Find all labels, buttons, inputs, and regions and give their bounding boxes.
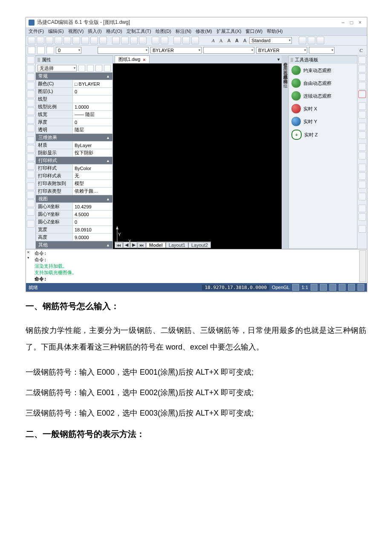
block-insert-icon[interactable] (27, 171, 35, 178)
tool-realtime-x[interactable]: 实时 X (289, 102, 357, 115)
close-button[interactable]: × (356, 20, 364, 26)
menu-file[interactable]: 文件(F) (29, 28, 44, 35)
find-icon[interactable] (99, 37, 107, 44)
menu-help[interactable]: 帮助(H) (267, 28, 282, 35)
linetype-combo-2[interactable] (203, 47, 254, 54)
minimize-button[interactable]: – (339, 20, 347, 26)
paste-icon[interactable] (130, 37, 138, 44)
rectangle-icon[interactable] (27, 107, 35, 115)
offset-icon[interactable] (358, 82, 366, 90)
measure-icon[interactable] (27, 182, 35, 190)
scale-icon[interactable] (358, 111, 366, 119)
tool-orbit-free[interactable]: 自由动态观察 (289, 77, 357, 90)
explode2-icon[interactable] (358, 225, 366, 233)
menu-dim[interactable]: 标注(N) (176, 28, 191, 35)
revcloud-icon[interactable] (27, 191, 35, 199)
tab-nav-next[interactable]: ▶ (130, 242, 137, 248)
doc-tab-close-icon[interactable]: × (143, 57, 145, 62)
prop-icon-4[interactable] (104, 65, 111, 72)
tab-nav-first[interactable]: ⏮ (115, 242, 123, 248)
layer-tool-icon[interactable] (28, 46, 35, 54)
tool-realtime-y[interactable]: 实时 Y (289, 115, 357, 128)
linetype-combo-1[interactable] (98, 47, 149, 54)
fillet-icon[interactable] (358, 143, 366, 151)
refresh-icon[interactable] (27, 220, 35, 228)
new-icon[interactable] (28, 37, 35, 44)
text-style-combo[interactable]: Standard (249, 37, 292, 44)
polygon-icon[interactable] (27, 116, 35, 124)
circle-c-icon[interactable]: C (360, 48, 365, 53)
layer-freeze-icon[interactable] (46, 46, 54, 54)
grip-icon[interactable] (291, 58, 293, 62)
align-icon[interactable] (358, 205, 366, 212)
group-3d[interactable]: 三维效果▲ (36, 134, 112, 141)
matchprop-icon[interactable] (139, 37, 147, 44)
cmd-scrollbar[interactable] (359, 250, 366, 282)
status-model-icon[interactable] (357, 284, 364, 291)
tab-model[interactable]: Model (146, 242, 166, 248)
doc-tab-dropdown-icon[interactable]: ▾ (277, 57, 280, 62)
ltscale-combo[interactable] (309, 47, 334, 54)
undo-icon[interactable] (152, 37, 159, 44)
text-style-a2[interactable]: A (218, 38, 225, 43)
dim-icon-1[interactable] (299, 37, 306, 44)
group-print[interactable]: 打印样式▲ (36, 157, 112, 164)
copy2-icon[interactable] (358, 65, 366, 72)
menu-modify[interactable]: 修改(M) (196, 28, 212, 35)
print-icon[interactable] (55, 37, 62, 44)
help-icon[interactable] (191, 37, 199, 44)
menu-ext[interactable]: 扩展工具(X) (216, 28, 242, 35)
prop-icon-3[interactable] (95, 65, 102, 72)
cut-icon[interactable] (112, 37, 120, 44)
layer-icon[interactable] (81, 37, 89, 44)
tool-orbit-continuous[interactable]: 连续动态观察 (289, 90, 357, 102)
grip-icon[interactable] (37, 58, 40, 62)
rotate-icon[interactable] (358, 102, 366, 110)
menu-edit[interactable]: 编辑(E) (48, 28, 64, 35)
menu-format[interactable]: 格式(O) (106, 28, 122, 35)
plot-icon[interactable] (72, 37, 80, 44)
extend-icon[interactable] (358, 131, 366, 139)
lineweight-combo[interactable]: BYLAYER (256, 47, 307, 54)
preview-icon[interactable] (63, 37, 71, 44)
ellipse-icon[interactable] (27, 99, 35, 107)
hatch-icon[interactable] (27, 136, 35, 144)
menu-view[interactable]: 视图(V) (68, 28, 84, 35)
block-icon[interactable] (90, 37, 98, 44)
trim-icon[interactable] (358, 123, 366, 130)
cmd-prompt[interactable]: 命令: (35, 276, 364, 282)
text-style-a1[interactable]: A (210, 38, 216, 43)
table-icon[interactable] (27, 153, 35, 161)
status-lwt-icon[interactable] (348, 284, 355, 291)
prop-icon-2[interactable] (87, 65, 94, 72)
maximize-button[interactable]: □ (347, 20, 356, 26)
array-icon[interactable] (358, 164, 366, 171)
lengthen-icon[interactable] (358, 213, 366, 221)
menu-draw[interactable]: 绘图(D) (156, 28, 171, 35)
selection-combo[interactable]: 无选择 (37, 65, 77, 72)
arc-icon[interactable] (27, 82, 35, 90)
open-icon[interactable] (37, 37, 44, 44)
point-icon[interactable] (27, 124, 35, 132)
join-icon[interactable] (358, 193, 366, 200)
menu-window[interactable]: 窗口(W) (245, 28, 262, 35)
status-snap-icon[interactable] (292, 284, 299, 291)
delete-icon[interactable] (358, 90, 366, 98)
region-icon[interactable] (27, 145, 35, 153)
status-ortho-icon[interactable] (320, 284, 327, 291)
spline-icon[interactable] (27, 73, 35, 81)
circle-icon[interactable] (27, 90, 35, 98)
status-grid-icon[interactable] (311, 284, 317, 291)
cmd-close-icon[interactable]: ×▾ (27, 249, 30, 260)
wipeout-icon[interactable] (27, 199, 35, 207)
menu-custom[interactable]: 定制工具(T) (127, 28, 151, 35)
text-icon[interactable] (27, 162, 35, 170)
drawing-canvas[interactable]: Y X ⏮ ◀ ▶ ⏭ Model Layout1 Layout2 (113, 64, 282, 249)
dim-icon-3[interactable] (317, 37, 324, 44)
prop-icon-1[interactable] (78, 65, 85, 72)
break-icon[interactable] (358, 181, 366, 188)
save-icon[interactable] (46, 37, 53, 44)
layer-combo[interactable]: 0 (56, 47, 81, 54)
tool-orbit-constrained[interactable]: 约束动态观察 (289, 64, 357, 77)
stretch-icon[interactable] (358, 172, 366, 180)
